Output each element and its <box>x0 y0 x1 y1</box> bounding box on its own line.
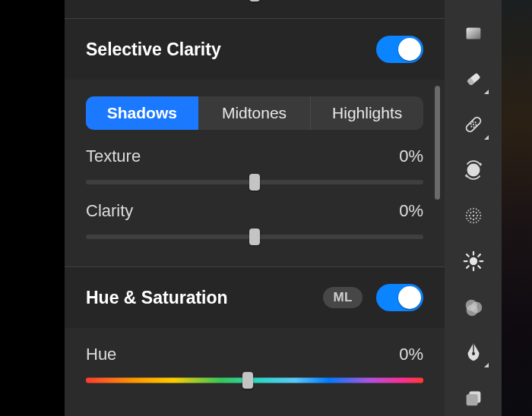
svg-point-50 <box>466 304 477 316</box>
tab-midtones[interactable]: Midtones <box>198 96 311 130</box>
texture-label: Texture <box>86 147 141 166</box>
svg-point-27 <box>467 210 469 212</box>
svg-point-32 <box>475 208 477 210</box>
hue-value: 0% <box>399 345 423 364</box>
svg-point-14 <box>472 215 473 216</box>
svg-point-30 <box>477 220 479 222</box>
selective-clarity-title: Selective Clarity <box>86 39 221 60</box>
clarity-slider[interactable] <box>86 228 423 245</box>
svg-point-20 <box>475 212 477 213</box>
overlap-circles-tool-icon[interactable] <box>461 295 486 319</box>
bandage-tool-icon[interactable] <box>461 112 486 137</box>
texture-slider[interactable] <box>86 174 423 191</box>
hue-label: Hue <box>86 345 116 364</box>
svg-marker-13 <box>464 174 467 178</box>
shape-sync-tool-icon[interactable] <box>461 158 486 182</box>
pen-tool-icon[interactable] <box>461 340 486 364</box>
svg-point-18 <box>477 215 478 216</box>
texture-value: 0% <box>399 147 423 166</box>
svg-point-26 <box>480 215 481 216</box>
svg-point-16 <box>472 219 473 220</box>
selective-clarity-scrollbar[interactable] <box>435 86 440 200</box>
hue-saturation-section: Hue & Saturation ML Hue 0% <box>65 266 445 416</box>
selective-clarity-section: Selective Clarity Shadows Midtones Highl… <box>65 18 445 266</box>
svg-point-38 <box>479 218 480 219</box>
svg-point-37 <box>479 212 480 213</box>
svg-point-22 <box>475 218 477 219</box>
brightness-tool-icon[interactable] <box>461 249 486 273</box>
svg-point-35 <box>466 212 467 213</box>
svg-line-47 <box>467 266 469 268</box>
gradient-tool-icon[interactable] <box>461 21 486 46</box>
tonal-range-segmented[interactable]: Shadows Midtones Highlights <box>86 96 423 130</box>
selective-clarity-toggle[interactable] <box>376 36 423 63</box>
tool-sidebar <box>445 0 502 416</box>
hue-saturation-toggle[interactable] <box>376 284 423 311</box>
svg-point-33 <box>470 222 471 223</box>
clarity-label: Clarity <box>86 201 133 221</box>
svg-point-28 <box>477 210 479 212</box>
svg-point-4 <box>470 125 472 128</box>
hue-saturation-title: Hue & Saturation <box>86 288 228 308</box>
svg-line-46 <box>478 254 480 257</box>
svg-point-36 <box>466 218 467 219</box>
clarity-value: 0% <box>399 201 423 221</box>
stack-tool-icon[interactable] <box>461 386 486 410</box>
svg-point-23 <box>473 208 474 210</box>
svg-point-51 <box>471 352 474 355</box>
clipped-clarity-slider[interactable] <box>86 0 423 2</box>
svg-point-31 <box>470 208 471 210</box>
svg-point-24 <box>473 222 474 223</box>
svg-marker-12 <box>480 162 482 167</box>
svg-rect-0 <box>466 28 480 39</box>
svg-point-39 <box>469 257 477 265</box>
ml-badge[interactable]: ML <box>323 287 363 308</box>
canvas-preview-strip <box>502 0 532 416</box>
svg-point-21 <box>470 218 471 219</box>
svg-point-11 <box>467 164 480 177</box>
clipped-clarity-section: Clarity 0% <box>65 0 445 18</box>
tab-shadows[interactable]: Shadows <box>86 96 198 130</box>
svg-point-29 <box>467 220 469 222</box>
adjustments-panel: Clarity 0% Selective Clarity Shadows Mid… <box>65 0 445 416</box>
svg-point-6 <box>474 121 477 124</box>
svg-line-44 <box>467 254 469 257</box>
svg-point-5 <box>472 124 474 126</box>
hue-slider[interactable] <box>86 372 423 389</box>
tab-highlights[interactable]: Highlights <box>310 96 423 130</box>
eraser-tool-icon[interactable] <box>461 67 486 91</box>
app-left-gutter <box>0 0 65 416</box>
svg-point-19 <box>470 212 471 213</box>
svg-point-34 <box>475 222 477 223</box>
svg-point-25 <box>465 215 467 216</box>
dotted-circle-tool-icon[interactable] <box>461 203 486 228</box>
svg-point-17 <box>468 215 470 216</box>
svg-line-45 <box>478 266 480 268</box>
svg-point-15 <box>472 211 473 213</box>
svg-rect-54 <box>466 394 477 405</box>
